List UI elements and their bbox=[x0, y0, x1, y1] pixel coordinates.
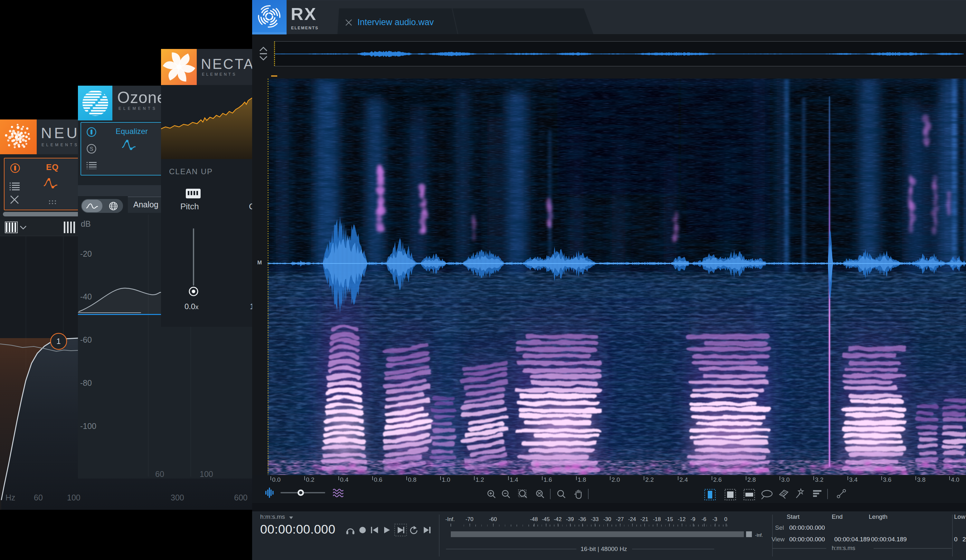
svg-text:S: S bbox=[90, 146, 94, 152]
svg-text:1: 1 bbox=[56, 337, 61, 345]
